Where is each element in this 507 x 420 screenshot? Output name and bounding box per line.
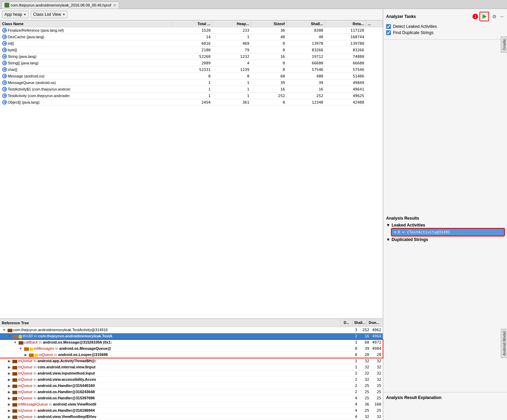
- expand-button[interactable]: ▶: [8, 415, 11, 419]
- task-checkbox[interactable]: [386, 30, 391, 35]
- run-analyzer-button[interactable]: [479, 12, 489, 21]
- expand-button[interactable]: ▼: [2, 328, 6, 332]
- ref-tree-panel: Reference Tree D... Shall... Dom... ▼ co…: [0, 318, 383, 420]
- task-checkbox[interactable]: [386, 24, 391, 29]
- heap-cell: 1: [212, 86, 251, 93]
- pin-button[interactable]: ↔: [499, 14, 504, 19]
- class-table-row[interactable]: CMessage (android.os) 8 8 60 480 51406: [0, 73, 383, 80]
- shallow-cell: 32: [359, 358, 371, 364]
- android-model-tab[interactable]: Android Model: [501, 329, 507, 358]
- result-section: ▼Leaked Activities≡0 = {TestActivity@314…: [386, 223, 504, 236]
- class-ref: android.os.MessageQueue@: [59, 346, 111, 350]
- ref-tree-row[interactable]: ▶ mQueue in android.os.Handler@316243648…: [0, 389, 383, 395]
- in-text: in: [33, 377, 37, 381]
- tab-close-button[interactable]: ✕: [113, 3, 116, 7]
- ref-tree-row[interactable]: ▶ mQueue in android.view.ViewRootImpl$Vi…: [0, 414, 383, 420]
- expand-button[interactable]: ▶: [8, 359, 11, 363]
- class-icon: C: [2, 28, 7, 33]
- retained-cell: 49849: [325, 80, 366, 86]
- result-item[interactable]: ≡0 = {TestActivity@31491: [392, 229, 504, 236]
- class-table-row[interactable]: CString[] (java.lang) 2089 4 0 66680 666…: [0, 60, 383, 66]
- heap-dropdown[interactable]: App heap ▼: [2, 11, 29, 18]
- ref-tree-row[interactable]: ▶ mMessageQueue in android.view.ViewRoot…: [0, 401, 383, 408]
- heap-cell: 1239: [212, 66, 251, 73]
- badge-num: 1: [473, 14, 478, 19]
- class-table-row[interactable]: Cbyte[] 2180 79 0 83266 83266: [0, 47, 383, 53]
- section-arrow: ▼: [386, 223, 390, 228]
- ref-tree-row[interactable]: ▶ mQueue in android.app.ActivityThread$H…: [0, 358, 383, 364]
- class-table-row[interactable]: Cchar[] 52331 1239 0 57546 57546: [0, 66, 383, 73]
- field-name: mMessages: [34, 346, 54, 350]
- class-table-row[interactable]: CDexCache (java.lang) 14 1 40 40 168744: [0, 34, 383, 40]
- task-item: Detect Leaked Activities: [386, 24, 504, 29]
- view-label: Class List View: [33, 12, 61, 17]
- expand-button[interactable]: ▶: [8, 402, 11, 406]
- ref-name-cell: ▼ callback in android.os.Message@3152610…: [0, 339, 349, 346]
- total-cell: 2180: [172, 47, 212, 53]
- ref-name-cell: ▶ mQueue in android.view.ViewRootImpl$Vi…: [0, 414, 349, 420]
- gradle-tab[interactable]: Gradle: [501, 36, 507, 53]
- gear-button[interactable]: ⚙: [490, 13, 498, 20]
- expand-button[interactable]: ▼: [19, 347, 22, 350]
- expand-button[interactable]: ▶: [8, 409, 11, 412]
- result-section-header[interactable]: ▼Duplicated Strings: [386, 237, 504, 242]
- shallow-cell: 25: [359, 408, 371, 414]
- ref-tree-row[interactable]: ▼ mMessages in android.os.MessageQueue@ …: [0, 346, 383, 352]
- ref-tree-row[interactable]: ▶ mQueue in android.view.inputmethod.Inp…: [0, 370, 383, 377]
- class-table-row[interactable]: CString (java.lang) 52268 1232 16 19712 …: [0, 53, 383, 60]
- result-section-header[interactable]: ▼Leaked Activities: [386, 223, 504, 228]
- expand-button[interactable]: ▶: [8, 390, 11, 394]
- ref-tree-row[interactable]: ▶ mQueue in android.os.Looper@315696 0 2…: [0, 352, 383, 358]
- expand-button[interactable]: ▶: [8, 371, 11, 375]
- task-list: Detect Leaked Activities Find Duplicate …: [386, 24, 504, 35]
- sizeof-cell: 0: [251, 47, 287, 53]
- class-table-row[interactable]: CObject[] (java.lang) 2454 361 0 12340 4…: [0, 99, 383, 106]
- ref-tree-row[interactable]: ▶ mQueue in android.os.Handler@316186944…: [0, 408, 383, 414]
- ref-icon: [12, 366, 17, 369]
- shallow-cell: 32: [359, 364, 371, 370]
- expand-button[interactable]: ▼: [13, 340, 17, 344]
- ref-tree-row[interactable]: ▶ mQueue in android.os.Handler@315440160…: [0, 383, 383, 389]
- class-table-row[interactable]: CFinalizerReference (java.lang.ref) 1520…: [0, 27, 383, 34]
- file-tab[interactable]: com.thejoyrun.androidmemoryleak_2016.08.…: [1, 1, 119, 9]
- ref-icon: [12, 409, 17, 413]
- ref-tree-row[interactable]: ▼ this$0 in com.thejoyrun.androidmemoryl…: [0, 333, 383, 339]
- class-table: Class Name Total ... Heap... Sizeof Shal…: [0, 20, 383, 318]
- ref-tree-row[interactable]: ▶ mQueue in com.android.internal.view.II…: [0, 364, 383, 370]
- retained-cell: 74880: [325, 53, 366, 60]
- expand-button[interactable]: ▼: [8, 334, 11, 338]
- field-name: mQueue: [18, 365, 32, 369]
- heap-cell: 4: [212, 60, 251, 66]
- class-table-row[interactable]: CMessageQueue (android.os) 1 1 39 39 498…: [0, 80, 383, 86]
- expand-button[interactable]: ▶: [8, 378, 11, 381]
- analyzer-tasks-title: Analyzer Tasks: [386, 14, 416, 19]
- expand-button[interactable]: ▶: [8, 365, 11, 369]
- sizeof-cell: 0: [251, 99, 287, 106]
- ref-tree-row[interactable]: ▼ callback in android.os.Message@3152610…: [0, 339, 383, 346]
- dom-cell: 32: [371, 370, 383, 377]
- col-more[interactable]: ...: [366, 21, 382, 27]
- class-table-row[interactable]: CTestActivity (com.thejoyrun.androidm 1 …: [0, 93, 383, 99]
- col-heap: Heap...: [212, 21, 251, 27]
- ref-tree-row[interactable]: ▼ com.thejoyrun.androidmemoryleak.TestAc…: [0, 327, 383, 333]
- ref-name-cell: ▶ mQueue in android.app.ActivityThread$H…: [0, 358, 349, 364]
- ref-tree-row[interactable]: ▶ mQueue in android.view.accessibility.A…: [0, 377, 383, 383]
- ref-tree-row[interactable]: ▶ mQueue in android.os.Handler@315397696…: [0, 395, 383, 401]
- retained-cell: 51406: [325, 73, 366, 80]
- expand-button[interactable]: ▶: [8, 396, 11, 400]
- sizeof-cell: 39: [251, 80, 287, 86]
- class-table-row[interactable]: CTestActivity$1 (com.thejoyrun.androic 1…: [0, 86, 383, 93]
- field-name: mQueue: [18, 377, 32, 381]
- class-icon: C: [2, 100, 7, 105]
- ref-name-cell: ▼ this$0 in com.thejoyrun.androidmemoryl…: [0, 333, 349, 339]
- field-name: mQueue: [18, 384, 32, 388]
- expand-button[interactable]: ▶: [24, 353, 27, 357]
- class-table-row[interactable]: Cint[] 6016 469 0 13978 139780: [0, 40, 383, 47]
- ref-icon: [12, 378, 17, 382]
- shallow-cell: 16: [287, 86, 325, 93]
- total-cell: 8: [172, 73, 212, 80]
- class-ref: android.os.Handler@316243648: [38, 390, 95, 394]
- ref-name-cell: ▶ mQueue in android.os.Handler@316243648: [0, 389, 349, 395]
- view-dropdown[interactable]: Class List View ▼: [31, 11, 68, 18]
- expand-button[interactable]: ▶: [8, 384, 11, 388]
